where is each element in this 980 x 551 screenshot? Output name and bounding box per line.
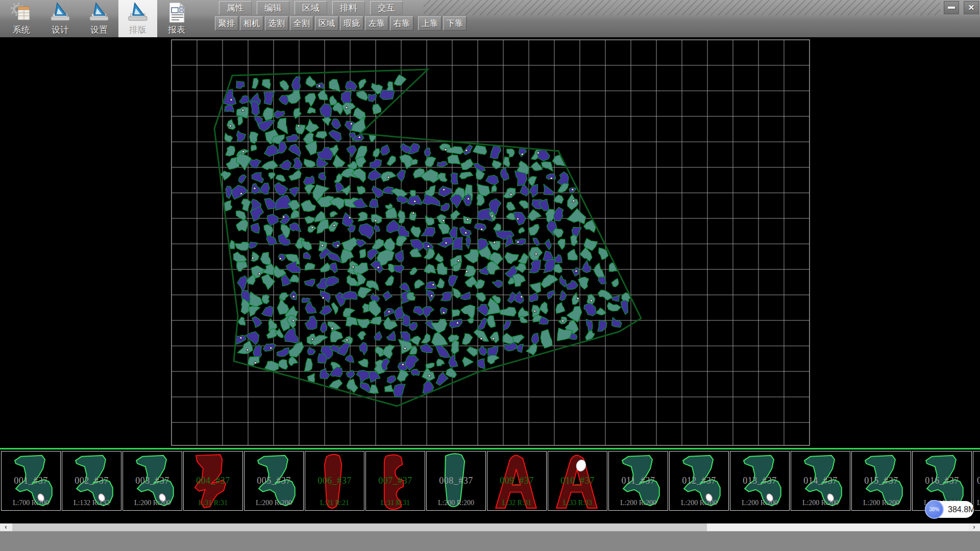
scrollbar-left-arrow[interactable]: ‹ <box>0 523 12 531</box>
piece-label: 012_#37 <box>670 475 728 486</box>
system-icon <box>10 1 33 23</box>
minimize-button[interactable] <box>944 1 959 14</box>
tool-button-上靠[interactable]: 上靠 <box>418 16 442 31</box>
piece-thumbnail[interactable]: 012_#37L:200 R:200 <box>669 451 729 511</box>
piece-lr-count: L:200 R:200 <box>244 499 303 507</box>
scrollbar-thumb[interactable] <box>12 523 707 531</box>
report-icon <box>165 1 188 23</box>
piece-label: 007_#37 <box>366 475 425 486</box>
piece-thumbnail[interactable]: 015_#37L:200 R:200 <box>851 451 911 511</box>
top-toolbar: 系统设计设置排版报表 属性编辑区域排料交互 聚排相机选割全割区域瑕疵左靠右靠上靠… <box>0 0 980 37</box>
menu-tab-区域[interactable]: 区域 <box>295 1 327 15</box>
tool-button-row: 聚排相机选割全割区域瑕疵左靠右靠上靠下靠 <box>215 16 467 31</box>
main-tab-设置[interactable]: 设置 <box>80 0 118 37</box>
piece-lr-count: L:31 R:31 <box>366 499 425 507</box>
piece-label: 016_#37 <box>913 475 971 486</box>
piece-thumbnail[interactable]: 001_#37L:700 R:700 <box>1 451 61 511</box>
memory-value: 384.8M <box>948 501 975 518</box>
piece-label: 003_#37 <box>123 475 182 486</box>
piece-thumbnail[interactable]: 006_#37L:21 R:21 <box>305 451 364 511</box>
tool-button-聚排[interactable]: 聚排 <box>215 16 238 31</box>
main-tab-报表[interactable]: 报表 <box>157 0 196 37</box>
close-button[interactable]: ✕ <box>964 1 979 14</box>
piece-thumbnail[interactable]: 002_#37L:132 R:132 <box>62 451 121 511</box>
tool-button-右靠[interactable]: 右靠 <box>390 16 413 31</box>
piece-lr-count: L:31 R:31 <box>184 499 242 507</box>
piece-label: 001_#37 <box>2 475 60 486</box>
tool-button-左靠[interactable]: 左靠 <box>365 16 388 31</box>
main-tab-label: 排版 <box>129 24 146 36</box>
piece-label: 008_#37 <box>427 475 485 486</box>
settings-icon <box>88 1 110 23</box>
piece-lr-count: L:700 R:700 <box>2 499 60 507</box>
main-tab-bar: 系统设计设置排版报表 <box>2 0 196 37</box>
main-tab-label: 报表 <box>168 24 185 36</box>
piece-lr-count: L:200 R:200 <box>609 499 668 507</box>
menu-tab-编辑[interactable]: 编辑 <box>257 1 289 15</box>
strip-divider-line <box>0 448 980 449</box>
piece-lr-count: L:200 R:200 <box>427 499 485 507</box>
main-tab-系统[interactable]: 系统 <box>2 0 41 37</box>
menu-tab-bar: 属性编辑区域排料交互 <box>219 1 403 15</box>
piece-label: 0 <box>973 475 980 486</box>
nesting-canvas[interactable] <box>0 37 980 448</box>
layout-icon <box>127 1 149 23</box>
piece-thumbnail[interactable]: 014_#37L:200 R:200 <box>791 451 850 511</box>
piece-thumbnail[interactable]: 010_#37L:33 R:33 <box>548 451 607 511</box>
main-tab-排版[interactable]: 排版 <box>118 0 157 37</box>
piece-label: 013_#37 <box>730 475 789 486</box>
status-bar <box>0 531 980 551</box>
minimize-icon <box>948 7 955 9</box>
tool-button-瑕疵[interactable]: 瑕疵 <box>340 16 363 31</box>
piece-label: 004_#37 <box>184 475 242 486</box>
nested-pieces <box>220 75 632 398</box>
tool-button-全割[interactable]: 全割 <box>290 16 313 31</box>
main-tab-label: 系统 <box>13 24 30 36</box>
piece-label: 011_#37 <box>609 475 668 486</box>
close-icon: ✕ <box>968 3 975 12</box>
piece-thumbnail[interactable]: 009_#37L:32 R:31 <box>487 451 547 511</box>
piece-thumbnail[interactable]: 005_#37L:200 R:200 <box>244 451 304 511</box>
piece-thumbnail[interactable]: 011_#37L:200 R:200 <box>608 451 668 511</box>
piece-lr-count: L:200 R:200 <box>730 499 789 507</box>
main-tab-设计[interactable]: 设计 <box>41 0 80 37</box>
piece-thumbnail[interactable]: 007_#37L:31 R:31 <box>365 451 425 511</box>
piece-label: 014_#37 <box>791 475 850 486</box>
menu-tab-属性[interactable]: 属性 <box>219 1 252 15</box>
piece-lr-count: L:33 R:33 <box>548 499 607 507</box>
titlebar-hatch-texture <box>424 0 940 15</box>
piece-thumbnail[interactable]: 013_#37L:200 R:200 <box>730 451 790 511</box>
scrollbar-right-arrow[interactable]: › <box>968 523 980 531</box>
piece-lr-count: L:200 R:200 <box>791 499 850 507</box>
nesting-canvas-svg <box>0 37 980 448</box>
piece-label: 010_#37 <box>548 475 607 486</box>
memory-usage-badge: 38% 384.8M <box>925 501 974 518</box>
tool-button-下靠[interactable]: 下靠 <box>443 16 467 31</box>
piece-thumbnail[interactable]: 004_#37L:31 R:31 <box>183 451 243 511</box>
main-tab-label: 设计 <box>52 24 69 36</box>
piece-lr-count: L:200 R:200 <box>123 499 182 507</box>
app-window: { "window": { "minimize_glyph": "–", "cl… <box>0 0 980 551</box>
design-icon <box>49 1 71 23</box>
piece-lr-count: L:200 R:200 <box>670 499 728 507</box>
piece-thumbnail-strip: 001_#37L:700 R:700002_#37L:132 R:132003_… <box>0 451 980 511</box>
piece-lr-count: L:200 R:200 <box>852 499 911 507</box>
horizontal-scrollbar[interactable]: ‹ › <box>0 523 980 531</box>
piece-label: 009_#37 <box>487 475 546 486</box>
piece-lr-count: L:32 R:31 <box>487 499 546 507</box>
tool-button-选割[interactable]: 选割 <box>265 16 288 31</box>
menu-tab-交互[interactable]: 交互 <box>370 1 403 15</box>
piece-thumbnail[interactable]: 008_#37L:200 R:200 <box>426 451 486 511</box>
piece-label: 005_#37 <box>244 475 303 486</box>
piece-label: 006_#37 <box>305 475 364 486</box>
menu-tab-排料[interactable]: 排料 <box>332 1 365 15</box>
piece-label: 002_#37 <box>62 475 121 486</box>
cpu-percent-indicator: 38% <box>925 500 944 519</box>
cpu-percent-value: 38% <box>929 507 939 512</box>
main-tab-label: 设置 <box>90 24 108 36</box>
tool-button-相机[interactable]: 相机 <box>240 16 263 31</box>
piece-lr-count: L:21 R:21 <box>305 499 364 507</box>
tool-button-区域[interactable]: 区域 <box>315 16 338 31</box>
piece-label: 015_#37 <box>852 475 911 486</box>
piece-thumbnail[interactable]: 003_#37L:200 R:200 <box>122 451 182 511</box>
